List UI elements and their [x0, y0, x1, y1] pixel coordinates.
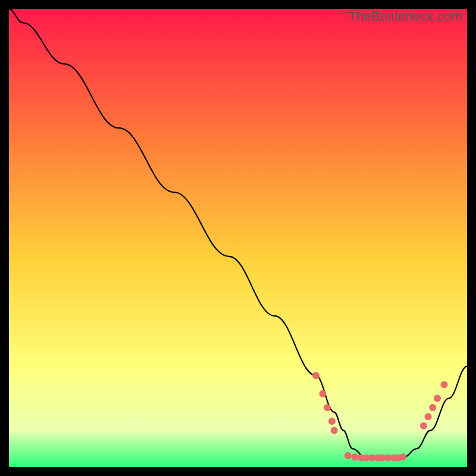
marker-dot: [434, 395, 441, 402]
chart-frame: TheBottleneck.com: [9, 9, 467, 467]
marker-dot: [331, 427, 338, 434]
marker-dot: [399, 453, 406, 461]
bottleneck-chart: [9, 9, 467, 467]
marker-dot: [420, 422, 427, 430]
marker-dot: [429, 404, 436, 411]
watermark-text: TheBottleneck.com: [348, 9, 462, 24]
marker-dot: [324, 404, 331, 411]
marker-dot: [320, 390, 327, 397]
marker-dot: [345, 452, 352, 459]
gradient-background: [9, 9, 467, 467]
marker-dot: [312, 372, 320, 379]
marker-dot: [328, 418, 336, 425]
marker-dot: [425, 413, 432, 420]
marker-dot: [441, 381, 448, 388]
